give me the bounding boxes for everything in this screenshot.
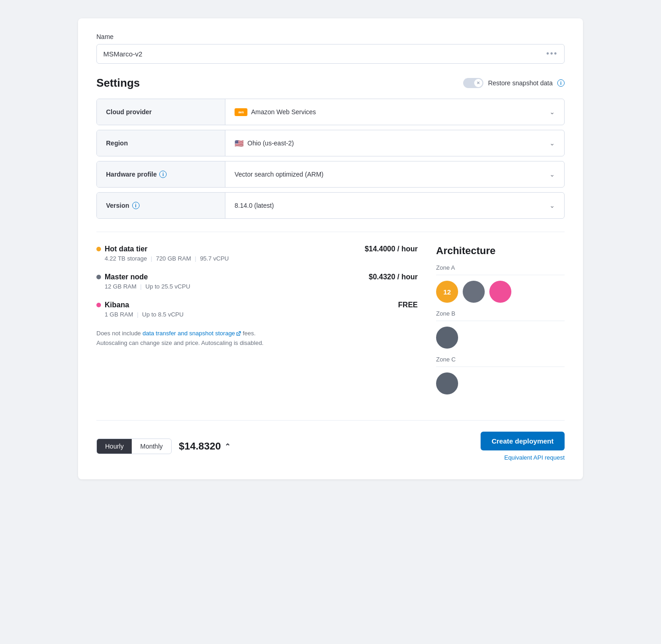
- note-prefix: Does not include: [96, 330, 142, 337]
- kibana-tier: Kibana FREE 1 GB RAM | Up to 8.5 vCPU: [96, 301, 418, 318]
- external-link-icon: [236, 331, 241, 336]
- kibana-tier-name: Kibana: [105, 301, 129, 309]
- autoscaling-note: Autoscaling can change size and price. A…: [96, 339, 263, 346]
- zone-c-master-node: [436, 372, 458, 394]
- master-node-tier-header: Master node $0.4320 / hour: [96, 273, 418, 281]
- hot-data-tier-details: 4.22 TB storage | 720 GB RAM | 95.7 vCPU: [105, 255, 418, 262]
- pricing-note: Does not include data transfer and snaps…: [96, 329, 418, 348]
- main-container: Name MSMarco-v2 ••• Settings ✕ Restore s…: [78, 18, 583, 479]
- zone-a-nodes: 12: [436, 281, 565, 303]
- price-expand-icon[interactable]: ⌃: [224, 442, 230, 451]
- restore-row: ✕ Restore snapshot data i: [463, 78, 565, 88]
- version-row: Version i 8.14.0 (latest) ⌄: [96, 192, 565, 219]
- hardware-info-icon[interactable]: i: [159, 171, 167, 178]
- version-key: Version i: [97, 193, 225, 218]
- version-chevron-icon: ⌄: [549, 202, 555, 209]
- settings-header: Settings ✕ Restore snapshot data i: [96, 77, 565, 89]
- hot-ram: 720 GB RAM: [156, 255, 191, 262]
- architecture-title: Architecture: [436, 245, 565, 257]
- settings-title: Settings: [96, 77, 140, 89]
- master-node-tier-price: $0.4320 / hour: [369, 273, 418, 281]
- master-node-tier-name-row: Master node: [96, 273, 148, 281]
- kibana-tier-price: FREE: [398, 301, 418, 309]
- zone-a-kibana-node: [489, 281, 511, 303]
- section-divider: [96, 232, 565, 232]
- aws-logo-icon: aws: [235, 108, 247, 116]
- hardware-profile-row: Hardware profile i Vector search optimiz…: [96, 161, 565, 188]
- equivalent-api-link[interactable]: Equivalent API request: [504, 454, 565, 461]
- kibana-ram: 1 GB RAM: [105, 311, 133, 318]
- hardware-profile-chevron-icon: ⌄: [549, 171, 555, 178]
- billing-toggle: Hourly Monthly: [96, 439, 172, 454]
- note-suffix: fees.: [241, 330, 256, 337]
- zone-b-master-node: [436, 327, 458, 349]
- hourly-billing-button[interactable]: Hourly: [97, 439, 132, 454]
- master-vcpu: Up to 25.5 vCPU: [146, 283, 190, 290]
- toggle-knob: ✕: [474, 79, 482, 87]
- total-price: $14.8320 ⌃: [179, 440, 231, 452]
- kibana-tier-header: Kibana FREE: [96, 301, 418, 309]
- zone-c-label: Zone C: [436, 356, 565, 363]
- hot-data-tier: Hot data tier $14.4000 / hour 4.22 TB st…: [96, 245, 418, 262]
- cloud-provider-chevron-icon: ⌄: [549, 108, 555, 116]
- version-content: 8.14.0 (latest): [235, 202, 274, 209]
- kibana-dot-icon: [96, 303, 101, 307]
- zone-b-nodes: [436, 327, 565, 349]
- kibana-vcpu: Up to 8.5 vCPU: [142, 311, 184, 318]
- kibana-tier-details: 1 GB RAM | Up to 8.5 vCPU: [105, 311, 418, 318]
- toggle-x-icon: ✕: [476, 81, 480, 85]
- zone-a-hot-node: 12: [436, 281, 458, 303]
- zone-a-label: Zone A: [436, 264, 565, 271]
- hardware-profile-key: Hardware profile i: [97, 161, 225, 187]
- master-ram: 12 GB RAM: [105, 283, 136, 290]
- footer-bar: Hourly Monthly $14.8320 ⌃ Create deploym…: [96, 420, 565, 461]
- hot-data-dot-icon: [96, 247, 101, 251]
- region-value[interactable]: 🇺🇸 Ohio (us-east-2) ⌄: [225, 132, 564, 155]
- region-chevron-icon: ⌄: [549, 139, 555, 147]
- dots-menu-icon[interactable]: •••: [546, 49, 558, 59]
- restore-toggle[interactable]: ✕: [463, 78, 483, 88]
- region-content: 🇺🇸 Ohio (us-east-2): [235, 139, 294, 148]
- name-input-wrapper[interactable]: MSMarco-v2 •••: [96, 44, 565, 64]
- architecture-panel: Architecture Zone A 12 Zone B Zone C: [436, 245, 565, 402]
- hot-data-tier-name-row: Hot data tier: [96, 245, 147, 253]
- pricing-left: Hot data tier $14.4000 / hour 4.22 TB st…: [96, 245, 418, 402]
- total-price-value: $14.8320: [179, 440, 221, 452]
- master-node-tier-name: Master node: [105, 273, 148, 281]
- footer-left: Hourly Monthly $14.8320 ⌃: [96, 439, 230, 454]
- cloud-provider-key: Cloud provider: [97, 99, 225, 125]
- zone-a-master-node: [463, 281, 485, 303]
- zone-c-divider: [436, 366, 565, 367]
- version-info-icon[interactable]: i: [132, 202, 140, 209]
- cloud-provider-row: Cloud provider aws Amazon Web Services ⌄: [96, 99, 565, 125]
- footer-right: Create deployment Equivalent API request: [481, 432, 565, 461]
- region-flag-icon: 🇺🇸: [235, 139, 244, 148]
- name-label: Name: [96, 33, 565, 40]
- cloud-provider-value[interactable]: aws Amazon Web Services ⌄: [225, 101, 564, 123]
- hardware-profile-content: Vector search optimized (ARM): [235, 171, 324, 178]
- hot-vcpu: 95.7 vCPU: [200, 255, 229, 262]
- version-value[interactable]: 8.14.0 (latest) ⌄: [225, 194, 564, 217]
- create-deployment-button[interactable]: Create deployment: [481, 432, 565, 450]
- region-key: Region: [97, 130, 225, 156]
- zone-b-label: Zone B: [436, 310, 565, 317]
- master-node-tier: Master node $0.4320 / hour 12 GB RAM | U…: [96, 273, 418, 290]
- zone-b-divider: [436, 321, 565, 321]
- hot-data-tier-price: $14.4000 / hour: [364, 245, 418, 253]
- zone-a-divider: [436, 275, 565, 275]
- hot-data-tier-name: Hot data tier: [105, 245, 147, 253]
- region-row: Region 🇺🇸 Ohio (us-east-2) ⌄: [96, 130, 565, 156]
- monthly-billing-button[interactable]: Monthly: [132, 439, 171, 454]
- data-transfer-link[interactable]: data transfer and snapshot storage: [142, 330, 241, 337]
- hot-data-tier-header: Hot data tier $14.4000 / hour: [96, 245, 418, 253]
- master-node-tier-details: 12 GB RAM | Up to 25.5 vCPU: [105, 283, 418, 290]
- name-input-text: MSMarco-v2: [103, 50, 546, 58]
- hardware-profile-value[interactable]: Vector search optimized (ARM) ⌄: [225, 163, 564, 185]
- master-node-dot-icon: [96, 275, 101, 279]
- kibana-tier-name-row: Kibana: [96, 301, 129, 309]
- restore-info-icon[interactable]: i: [557, 79, 565, 87]
- zone-c-nodes: [436, 372, 565, 394]
- hot-storage: 4.22 TB storage: [105, 255, 147, 262]
- pricing-section: Hot data tier $14.4000 / hour 4.22 TB st…: [96, 245, 565, 402]
- cloud-provider-content: aws Amazon Web Services: [235, 108, 316, 116]
